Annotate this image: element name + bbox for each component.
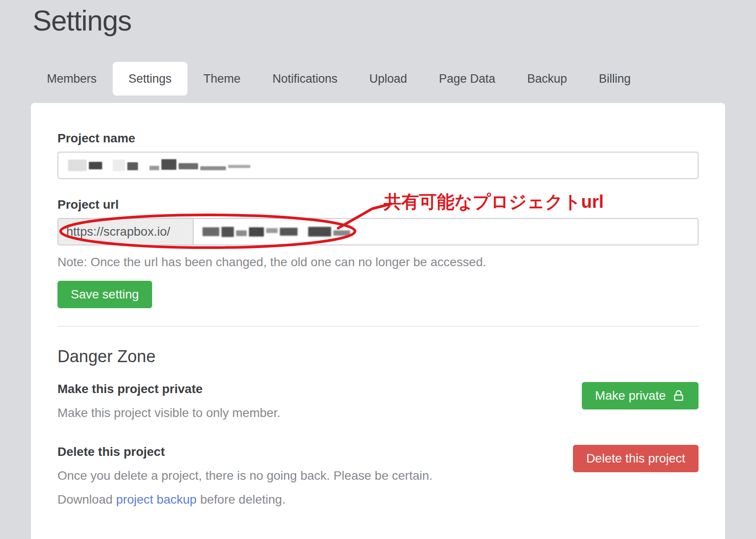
redacted-project-url xyxy=(202,227,350,237)
tab-settings[interactable]: Settings xyxy=(113,62,188,96)
project-name-label: Project name xyxy=(57,131,699,145)
tab-theme[interactable]: Theme xyxy=(187,62,256,96)
delete-project-button[interactable]: Delete this project xyxy=(573,445,699,472)
delete-project-description: Once you delete a project, there is no g… xyxy=(57,469,432,483)
delete-project-info: Delete this project Once you delete a pr… xyxy=(57,445,432,507)
make-private-description: Make this project visible to only member… xyxy=(57,406,280,420)
tab-billing[interactable]: Billing xyxy=(583,62,646,96)
make-private-title: Make this project private xyxy=(57,382,280,396)
tab-backup[interactable]: Backup xyxy=(511,62,583,96)
project-url-input[interactable] xyxy=(194,218,699,245)
delete-project-row: Delete this project Once you delete a pr… xyxy=(57,445,699,507)
project-url-input-group: https://scrapbox.io/ xyxy=(57,218,699,245)
make-private-button-label: Make private xyxy=(595,389,666,403)
project-name-group: Project name xyxy=(57,131,699,179)
url-change-note: Note: Once the url has been changed, the… xyxy=(57,255,699,269)
settings-panel: Project name Project url https://scrapbo… xyxy=(31,103,725,539)
make-private-button[interactable]: Make private xyxy=(582,382,699,409)
delete-project-title: Delete this project xyxy=(57,445,432,459)
project-name-input[interactable] xyxy=(57,152,699,179)
make-private-row: Make this project private Make this proj… xyxy=(57,382,699,420)
backup-line: Downloadproject backupbefore deleting. xyxy=(57,493,432,507)
tab-notifications[interactable]: Notifications xyxy=(256,62,353,96)
redacted-project-name xyxy=(68,160,250,171)
tab-page-data[interactable]: Page Data xyxy=(423,62,512,96)
project-url-label: Project url xyxy=(57,198,699,212)
settings-tab-bar: Members Settings Theme Notifications Upl… xyxy=(31,62,725,96)
danger-zone-heading: Danger Zone xyxy=(57,347,699,366)
section-divider xyxy=(57,326,699,327)
make-private-info: Make this project private Make this proj… xyxy=(57,382,280,420)
tab-members[interactable]: Members xyxy=(31,62,113,96)
project-url-group: Project url https://scrapbox.io/ xyxy=(57,198,699,245)
project-backup-link[interactable]: project backup xyxy=(116,493,197,506)
backup-text-prefix: Download xyxy=(57,493,113,506)
url-prefix-addon: https://scrapbox.io/ xyxy=(57,218,194,245)
page-title: Settings xyxy=(33,4,756,37)
lock-icon xyxy=(672,389,685,402)
tab-upload[interactable]: Upload xyxy=(353,62,423,96)
save-setting-button[interactable]: Save setting xyxy=(57,281,152,308)
backup-text-suffix: before deleting. xyxy=(200,493,286,506)
